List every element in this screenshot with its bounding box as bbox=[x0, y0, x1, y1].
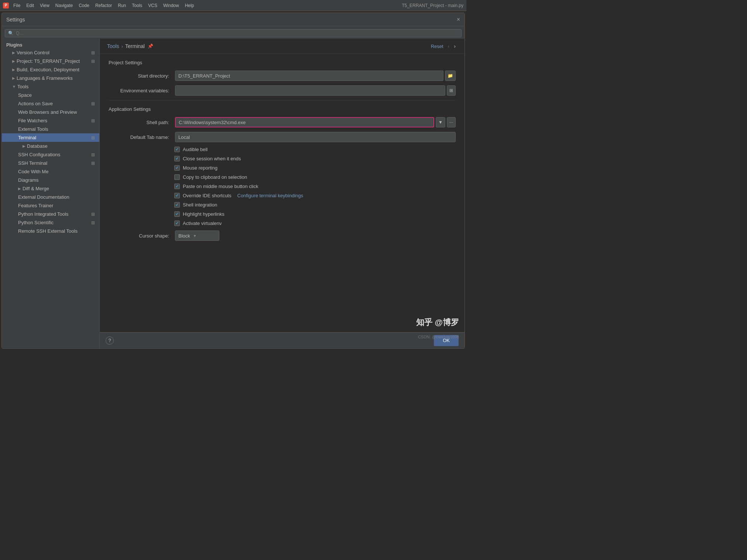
menu-run[interactable]: Run bbox=[116, 2, 128, 9]
copy-clipboard-label: Copy to clipboard on selection bbox=[183, 174, 247, 180]
close-session-label: Close session when it ends bbox=[183, 156, 241, 161]
menu-code[interactable]: Code bbox=[76, 2, 92, 9]
sidebar-item-web-browsers[interactable]: Web Browsers and Preview bbox=[2, 108, 99, 116]
menu-window[interactable]: Window bbox=[161, 2, 181, 9]
start-directory-input[interactable] bbox=[175, 71, 443, 81]
shell-integration-label: Shell integration bbox=[183, 202, 217, 208]
activate-virtualenv-row: Activate virtualenv bbox=[109, 221, 456, 226]
activate-virtualenv-wrap: Activate virtualenv bbox=[174, 221, 222, 226]
menu-view[interactable]: View bbox=[38, 2, 52, 9]
sidebar-item-space[interactable]: Space bbox=[2, 91, 99, 99]
sidebar-item-terminal[interactable]: Terminal ⊞ bbox=[2, 133, 99, 142]
sidebar-item-file-watchers[interactable]: File Watchers ⊞ bbox=[2, 116, 99, 125]
env-vars-input[interactable] bbox=[175, 85, 445, 96]
activate-virtualenv-checkbox[interactable] bbox=[174, 221, 180, 226]
shell-integration-row: Shell integration bbox=[109, 202, 456, 208]
menu-help[interactable]: Help bbox=[183, 2, 196, 9]
audible-bell-checkbox[interactable] bbox=[174, 147, 180, 152]
cursor-shape-value: Block bbox=[178, 233, 190, 239]
sidebar-item-build[interactable]: ▶ Build, Execution, Deployment bbox=[2, 65, 99, 74]
menu-refactor[interactable]: Refactor bbox=[93, 2, 114, 9]
project-settings-title: Project Settings bbox=[109, 60, 456, 65]
default-tab-row: Default Tab name: bbox=[109, 132, 456, 142]
shell-integration-wrap: Shell integration bbox=[174, 202, 217, 208]
mouse-reporting-wrap: Mouse reporting bbox=[174, 165, 217, 171]
sidebar-item-actions-on-save[interactable]: Actions on Save ⊞ bbox=[2, 99, 99, 108]
sidebar-item-badge: ⊞ bbox=[91, 59, 95, 64]
search-input[interactable] bbox=[16, 31, 458, 36]
default-tab-input[interactable] bbox=[175, 132, 456, 142]
sidebar-item-python-scientific[interactable]: Python Scientific ⊞ bbox=[2, 218, 99, 227]
sidebar-item-label: Languages & Frameworks bbox=[17, 75, 73, 81]
sidebar-item-diff-merge[interactable]: ▶ Diff & Merge bbox=[2, 184, 99, 193]
env-vars-copy-button[interactable]: ⊞ bbox=[447, 85, 456, 96]
search-wrap[interactable]: 🔍 bbox=[5, 29, 462, 37]
env-vars-input-group: ⊞ bbox=[175, 85, 456, 96]
sidebar-plugins-section: Plugins bbox=[2, 40, 99, 48]
pin-icon[interactable]: 📌 bbox=[148, 44, 153, 49]
chevron-right-icon: ▶ bbox=[23, 144, 25, 148]
start-directory-label: Start directory: bbox=[109, 73, 175, 79]
shell-path-dropdown-button[interactable]: ▼ bbox=[436, 117, 445, 127]
sidebar-item-label: Diff & Merge bbox=[23, 186, 49, 191]
menu-edit[interactable]: Edit bbox=[24, 2, 36, 9]
shell-path-browse-button[interactable]: ··· bbox=[447, 117, 456, 127]
sidebar-item-label: Remote SSH External Tools bbox=[18, 228, 78, 234]
ok-button[interactable]: OK bbox=[434, 335, 459, 346]
reset-button[interactable]: Reset bbox=[431, 44, 443, 49]
shell-path-input[interactable] bbox=[175, 117, 434, 127]
mouse-reporting-checkbox[interactable] bbox=[174, 165, 180, 171]
cursor-shape-row: Cursor shape: Block ▼ bbox=[109, 231, 456, 241]
start-directory-input-group: 📁 bbox=[175, 71, 456, 81]
settings-titlebar: Settings × bbox=[2, 13, 465, 26]
highlight-hyperlinks-checkbox[interactable] bbox=[174, 211, 180, 217]
sidebar-item-diagrams[interactable]: Diagrams bbox=[2, 176, 99, 184]
body-split: Plugins ▶ Version Control ⊞ ▶ Project: T… bbox=[2, 39, 465, 348]
menu-navigate[interactable]: Navigate bbox=[53, 2, 75, 9]
sidebar: Plugins ▶ Version Control ⊞ ▶ Project: T… bbox=[2, 39, 100, 348]
dropdown-arrow-icon: ▼ bbox=[193, 234, 197, 238]
titlebar: P File Edit View Navigate Code Refactor … bbox=[0, 0, 466, 11]
configure-keybindings-link[interactable]: Configure terminal keybindings bbox=[237, 193, 303, 198]
close-session-checkbox[interactable] bbox=[174, 156, 180, 161]
sidebar-item-ssh-configurations[interactable]: SSH Configurations ⊞ bbox=[2, 150, 99, 159]
paste-middle-checkbox[interactable] bbox=[174, 184, 180, 189]
audible-bell-wrap: Audible bell bbox=[174, 147, 208, 152]
nav-back-icon[interactable]: ‹ bbox=[446, 42, 451, 50]
window-title-text: T5_ERRANT_Project - main.py bbox=[402, 3, 463, 8]
sidebar-item-languages[interactable]: ▶ Languages & Frameworks bbox=[2, 74, 99, 82]
sidebar-item-ssh-terminal[interactable]: SSH Terminal ⊞ bbox=[2, 159, 99, 167]
chevron-right-icon: ▶ bbox=[18, 187, 21, 191]
sidebar-item-remote-ssh[interactable]: Remote SSH External Tools bbox=[2, 227, 99, 235]
start-directory-browse-button[interactable]: 📁 bbox=[445, 71, 456, 81]
shell-integration-checkbox[interactable] bbox=[174, 202, 180, 208]
sidebar-item-code-with-me[interactable]: Code With Me bbox=[2, 167, 99, 176]
nav-forward-icon[interactable]: › bbox=[452, 42, 457, 50]
cursor-shape-select[interactable]: Block ▼ bbox=[175, 231, 219, 241]
sidebar-item-external-documentation[interactable]: External Documentation bbox=[2, 193, 99, 201]
breadcrumb-parent[interactable]: Tools bbox=[107, 43, 119, 49]
sidebar-item-version-control[interactable]: ▶ Version Control ⊞ bbox=[2, 48, 99, 57]
audible-bell-row: Audible bell bbox=[109, 147, 456, 152]
sidebar-item-database[interactable]: ▶ Database bbox=[2, 142, 99, 150]
menu-file[interactable]: File bbox=[11, 2, 23, 9]
menu-tools[interactable]: Tools bbox=[130, 2, 144, 9]
copy-clipboard-checkbox[interactable] bbox=[174, 174, 180, 180]
override-ide-checkbox[interactable] bbox=[174, 193, 180, 198]
main-content: Tools › Terminal 📌 Reset ‹ › Project Set… bbox=[100, 39, 465, 348]
sidebar-item-python-integrated[interactable]: Python Integrated Tools ⊞ bbox=[2, 210, 99, 218]
override-ide-wrap: Override IDE shortcuts Configure termina… bbox=[174, 193, 303, 198]
help-button[interactable]: ? bbox=[106, 337, 114, 345]
window-footer: ? OK bbox=[100, 332, 465, 348]
sidebar-item-label: Project: T5_ERRANT_Project bbox=[17, 58, 80, 64]
close-icon[interactable]: × bbox=[457, 16, 460, 23]
sidebar-item-label: Space bbox=[18, 92, 32, 98]
sidebar-item-project[interactable]: ▶ Project: T5_ERRANT_Project ⊞ bbox=[2, 57, 99, 65]
menu-vcs[interactable]: VCS bbox=[146, 2, 160, 9]
sidebar-item-external-tools[interactable]: External Tools bbox=[2, 125, 99, 133]
sidebar-item-label: External Tools bbox=[18, 126, 48, 132]
sidebar-item-features-trainer[interactable]: Features Trainer bbox=[2, 201, 99, 210]
override-ide-label: Override IDE shortcuts bbox=[183, 193, 232, 198]
sidebar-item-tools[interactable]: ▼ Tools bbox=[2, 82, 99, 91]
sidebar-item-label: SSH Terminal bbox=[18, 160, 47, 166]
